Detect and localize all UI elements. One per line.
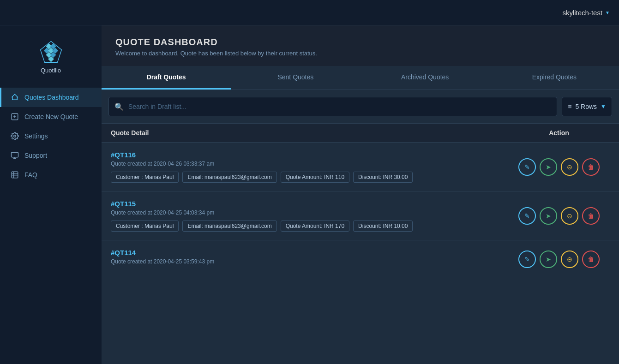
svg-rect-16: [12, 172, 18, 178]
tab-draft-quotes[interactable]: Draft Quotes: [102, 66, 231, 90]
sidebar-item-label: FAQ: [24, 171, 37, 179]
quote-tag: Customer : Manas Paul: [111, 172, 179, 183]
page-title: QUOTE DASHBOARD: [115, 37, 605, 48]
svg-point-12: [14, 135, 16, 137]
col-quote-detail: Quote Detail: [111, 129, 508, 137]
top-header: skylitech-test ▼: [0, 0, 619, 25]
col-action: Action: [508, 129, 610, 137]
send-button[interactable]: ➤: [540, 251, 557, 268]
svg-rect-13: [12, 152, 18, 157]
tabs-panel: Draft Quotes Sent Quotes Archived Quotes…: [102, 66, 619, 364]
search-bar-row: 🔍 ≡ 5 Rows ▼: [102, 90, 619, 124]
tabs-header: Draft Quotes Sent Quotes Archived Quotes…: [102, 66, 619, 90]
quote-tag: Discount: INR 10.00: [353, 221, 413, 232]
rows-label: 5 Rows: [575, 103, 597, 110]
delete-button[interactable]: 🗑: [582, 251, 600, 268]
edit-button[interactable]: ✎: [518, 207, 536, 225]
table-row: #QT116 Quote created at 2020-04-26 03:33…: [102, 143, 619, 191]
archive-button[interactable]: ⊝: [561, 158, 578, 176]
main-layout: Quotilio Quotes Dashboard Create New Quo…: [0, 25, 619, 364]
sidebar-item-label: Support: [24, 152, 47, 159]
sidebar: Quotilio Quotes Dashboard Create New Quo…: [0, 25, 102, 364]
quote-created: Quote created at 2020-04-26 03:33:37 am: [111, 161, 508, 167]
tab-archived-quotes[interactable]: Archived Quotes: [361, 66, 490, 90]
edit-button[interactable]: ✎: [518, 251, 536, 268]
dropdown-arrow-icon: ▼: [601, 103, 606, 110]
search-icon: 🔍: [114, 102, 124, 111]
quote-detail-cell: #QT115 Quote created at 2020-04-25 04:03…: [111, 200, 508, 232]
quote-actions: ✎ ➤ ⊝ 🗑: [508, 158, 610, 176]
username-label: skylitech-test: [562, 9, 602, 17]
quote-tags: Customer : Manas Paul Email: manaspaul62…: [111, 221, 508, 232]
logo-area: Quotilio: [0, 35, 102, 88]
sidebar-item-support[interactable]: Support: [0, 146, 102, 165]
table-row: #QT115 Quote created at 2020-04-25 04:03…: [102, 191, 619, 240]
rows-selector[interactable]: ≡ 5 Rows ▼: [562, 97, 612, 116]
quote-created: Quote created at 2020-04-25 03:59:43 pm: [111, 258, 508, 265]
quote-id[interactable]: #QT116: [111, 151, 508, 159]
quote-id[interactable]: #QT115: [111, 200, 508, 208]
logo-icon: [38, 39, 64, 65]
user-menu[interactable]: skylitech-test ▼: [562, 9, 610, 17]
sidebar-item-label: Quotes Dashboard: [24, 94, 79, 101]
table-row: #QT114 Quote created at 2020-04-25 03:59…: [102, 240, 619, 278]
tab-sent-quotes[interactable]: Sent Quotes: [231, 66, 360, 90]
quote-tag: Email: manaspaul623@gmail.com: [182, 172, 276, 183]
search-input[interactable]: [128, 103, 551, 110]
quote-tag: Quote Amount: INR 110: [281, 172, 349, 183]
faq-icon: [11, 171, 19, 179]
archive-button[interactable]: ⊝: [561, 251, 578, 268]
sidebar-item-label: Create New Quote: [24, 113, 78, 120]
send-button[interactable]: ➤: [540, 207, 557, 225]
quote-tag: Email: manaspaul623@gmail.com: [182, 221, 276, 232]
quote-tag: Customer : Manas Paul: [111, 221, 179, 232]
tab-expired-quotes[interactable]: Expired Quotes: [490, 66, 619, 90]
quote-created: Quote created at 2020-04-25 04:03:34 pm: [111, 209, 508, 216]
home-icon: [11, 93, 19, 101]
quote-id[interactable]: #QT114: [111, 249, 508, 257]
plus-square-icon: [11, 113, 19, 121]
quote-tags: Customer : Manas Paul Email: manaspaul62…: [111, 172, 508, 183]
send-button[interactable]: ➤: [540, 158, 557, 176]
content-area: QUOTE DASHBOARD Welcome to dashboard. Qu…: [102, 25, 619, 364]
page-subtitle: Welcome to dashboard. Quote has been lis…: [115, 50, 605, 57]
search-input-wrap[interactable]: 🔍: [108, 97, 557, 116]
quote-actions: ✎ ➤ ⊝ 🗑: [508, 207, 610, 225]
sidebar-item-faq[interactable]: FAQ: [0, 165, 102, 185]
quote-tag: Quote Amount: INR 170: [281, 221, 349, 232]
archive-button[interactable]: ⊝: [561, 207, 578, 225]
sidebar-item-quotes-dashboard[interactable]: Quotes Dashboard: [0, 88, 102, 107]
gear-icon: [11, 132, 19, 140]
quote-actions: ✎ ➤ ⊝ 🗑: [508, 251, 610, 268]
quote-tag: Discount: INR 30.00: [353, 172, 413, 183]
table-header: Quote Detail Action: [102, 124, 619, 143]
edit-button[interactable]: ✎: [518, 158, 536, 176]
quote-detail-cell: #QT116 Quote created at 2020-04-26 03:33…: [111, 151, 508, 183]
sidebar-item-create-new-quote[interactable]: Create New Quote: [0, 107, 102, 126]
page-header: QUOTE DASHBOARD Welcome to dashboard. Qu…: [102, 25, 619, 66]
sidebar-item-label: Settings: [24, 132, 48, 140]
rows-icon: ≡: [568, 103, 571, 110]
delete-button[interactable]: 🗑: [582, 207, 600, 225]
logo-text: Quotilio: [41, 67, 61, 74]
support-icon: [11, 151, 19, 160]
delete-button[interactable]: 🗑: [582, 158, 600, 176]
chevron-down-icon: ▼: [605, 10, 610, 15]
sidebar-item-settings[interactable]: Settings: [0, 126, 102, 146]
quote-detail-cell: #QT114 Quote created at 2020-04-25 03:59…: [111, 249, 508, 269]
quotes-table: #QT116 Quote created at 2020-04-26 03:33…: [102, 143, 619, 278]
